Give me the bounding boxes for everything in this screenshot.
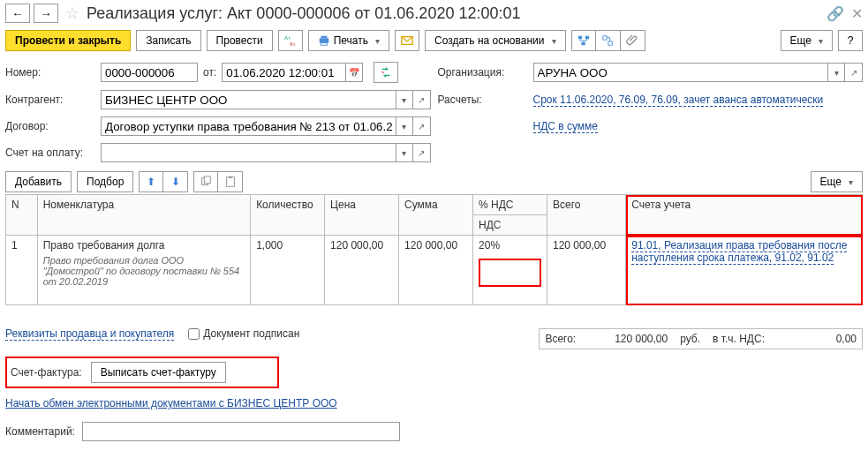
contract-input[interactable] — [101, 116, 396, 136]
invoice-basis-open-icon[interactable]: ↗ — [413, 143, 431, 162]
svg-text:Ат: Ат — [284, 34, 291, 41]
email-button[interactable] — [395, 30, 419, 51]
totals-bar: Всего: 120 000,00 руб. в т.ч. НДС: 0,00 — [539, 328, 863, 349]
invoice-basis-label: Счет на оплату: — [5, 146, 94, 159]
col-n: N — [6, 195, 38, 236]
copy-button[interactable] — [193, 171, 218, 192]
org-open-icon[interactable]: ↗ — [845, 63, 863, 82]
svg-rect-12 — [205, 176, 211, 184]
cell-n: 1 — [6, 236, 38, 305]
svg-rect-14 — [229, 176, 232, 178]
col-vat-pct: % НДС — [473, 195, 547, 215]
col-qty: Количество — [251, 195, 325, 236]
cell-vat: 20% — [473, 236, 547, 305]
calendar-icon[interactable]: 📅 — [345, 63, 363, 82]
comment-label: Комментарий: — [5, 425, 75, 438]
table-more-button[interactable]: Еще — [811, 171, 863, 192]
svg-rect-9 — [603, 36, 607, 40]
svg-rect-7 — [585, 36, 588, 40]
number-input[interactable] — [101, 63, 198, 82]
move-down-button[interactable]: ⬇ — [163, 171, 188, 192]
counterparty-dropdown-icon[interactable]: ▾ — [396, 90, 413, 109]
structure-button[interactable] — [596, 30, 621, 51]
calc-link[interactable]: Срок 11.06.2020, 76.09, 76.09, зачет ава… — [533, 94, 824, 107]
contract-label: Договор: — [5, 120, 94, 132]
doc-signed-checkbox-label[interactable]: Документ подписан — [188, 327, 299, 340]
comment-input[interactable] — [82, 422, 400, 441]
invoice-basis-dropdown-icon[interactable]: ▾ — [396, 143, 413, 162]
vat-mode-link[interactable]: НДС в сумме — [533, 120, 599, 133]
structure-icon — [601, 34, 614, 47]
paste-button[interactable] — [218, 171, 243, 192]
number-label: Номер: — [5, 66, 94, 79]
svg-rect-10 — [608, 41, 612, 45]
post-button[interactable]: Провести — [207, 30, 273, 51]
close-icon[interactable]: ✕ — [851, 5, 863, 22]
paperclip-icon — [626, 34, 638, 47]
attachments-button[interactable] — [621, 30, 645, 51]
from-label: от: — [203, 66, 216, 79]
move-up-button[interactable]: ⬆ — [139, 171, 163, 192]
org-dropdown-icon[interactable]: ▾ — [827, 63, 845, 82]
cell-sum: 120 000,00 — [399, 236, 473, 305]
cell-nomenclature: Право требования долга Право требования … — [37, 236, 250, 305]
svg-rect-6 — [577, 36, 581, 40]
invoice-label: Счет-фактура: — [11, 366, 82, 379]
printer-icon — [318, 34, 330, 47]
counterparty-open-icon[interactable]: ↗ — [413, 90, 431, 109]
col-accounts: Счета учета — [626, 195, 863, 236]
add-row-button[interactable]: Добавить — [5, 171, 72, 192]
items-table: N Номенклатура Количество Цена Сумма % Н… — [5, 194, 863, 305]
forward-button[interactable]: → — [34, 4, 58, 23]
contract-open-icon[interactable]: ↗ — [413, 116, 431, 136]
issue-invoice-button[interactable]: Выписать счет-фактуру — [91, 362, 226, 383]
cell-price: 120 000,00 — [325, 236, 399, 305]
table-row[interactable]: 1 Право требования долга Право требовани… — [6, 236, 863, 305]
page-title: Реализация услуг: Акт 0000-000006 от 01.… — [87, 4, 823, 23]
cell-qty: 1,000 — [251, 236, 325, 305]
seller-buyer-link[interactable]: Реквизиты продавца и покупателя — [5, 327, 174, 341]
post-and-close-button[interactable]: Провести и закрыть — [5, 30, 131, 51]
col-sum: Сумма — [399, 195, 473, 236]
help-button[interactable]: ? — [838, 30, 863, 51]
refresh-date-button[interactable] — [374, 62, 398, 83]
doc-signed-checkbox[interactable] — [188, 328, 200, 340]
refresh-icon — [380, 66, 392, 79]
related-button[interactable] — [571, 30, 596, 51]
org-label: Организация: — [438, 66, 526, 79]
print-button[interactable]: Печать — [308, 30, 389, 51]
counterparty-label: Контрагент: — [5, 94, 94, 106]
svg-rect-2 — [319, 38, 328, 42]
cell-accounts[interactable]: 91.01, Реализация права требования после… — [626, 236, 863, 305]
org-input[interactable] — [533, 63, 828, 82]
col-price: Цена — [325, 195, 399, 236]
dtkt-icon: АтКт — [284, 34, 297, 47]
related-icon — [577, 34, 590, 47]
col-vat: НДС — [473, 215, 547, 236]
col-total: Всего — [547, 195, 626, 236]
svg-text:Кт: Кт — [290, 41, 296, 47]
paste-icon — [224, 176, 237, 188]
invoice-basis-input[interactable] — [101, 143, 396, 162]
back-button[interactable]: ← — [5, 4, 30, 23]
create-based-on-button[interactable]: Создать на основании — [425, 30, 566, 51]
svg-rect-4 — [321, 43, 327, 46]
svg-rect-8 — [581, 42, 585, 46]
more-button[interactable]: Еще — [781, 30, 833, 51]
date-input[interactable] — [222, 63, 345, 82]
edm-link[interactable]: Начать обмен электронными документами с … — [5, 397, 337, 409]
link-icon[interactable]: 🔗 — [826, 5, 844, 22]
contract-dropdown-icon[interactable]: ▾ — [396, 116, 413, 136]
vat-amount-highlight — [479, 259, 541, 287]
dtkt-button[interactable]: АтКт — [278, 30, 303, 51]
star-icon[interactable]: ☆ — [62, 4, 83, 23]
svg-rect-3 — [321, 36, 327, 39]
col-nomenclature: Номенклатура — [37, 195, 250, 236]
invoice-section: Счет-фактура: Выписать счет-фактуру — [5, 357, 279, 388]
save-button[interactable]: Записать — [136, 30, 200, 51]
svg-rect-13 — [226, 177, 234, 187]
counterparty-input[interactable] — [101, 90, 396, 109]
pick-button[interactable]: Подбор — [77, 171, 133, 192]
cell-total: 120 000,00 — [547, 236, 626, 305]
copy-icon — [200, 176, 212, 188]
